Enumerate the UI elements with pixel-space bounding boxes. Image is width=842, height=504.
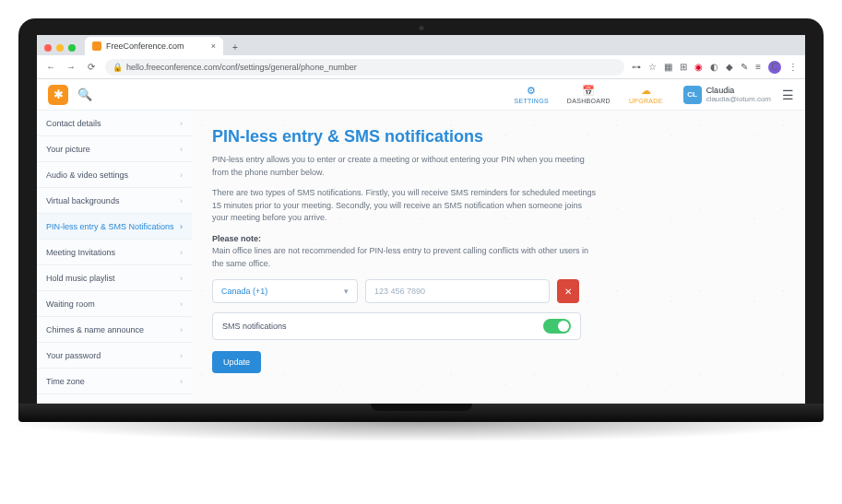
user-block[interactable]: CL Claudia claudia@iotum.com	[683, 86, 771, 104]
camera-dot	[419, 26, 423, 30]
tab-favicon	[92, 41, 101, 51]
hamburger-icon[interactable]: ☰	[782, 88, 794, 102]
browser-menu-icon[interactable]: ⋮	[789, 62, 798, 72]
sidebar-item-audio-video[interactable]: Audio & video settings›	[37, 162, 192, 188]
browser-tab[interactable]: FreeConference.com ×	[85, 37, 223, 55]
phone-input[interactable]: 123 456 7890	[365, 279, 550, 303]
country-value: Canada (+1)	[221, 287, 267, 296]
ext-icon-7[interactable]: ≡	[755, 62, 761, 72]
ext-icon-6[interactable]: ✎	[741, 62, 748, 72]
ext-icon-5[interactable]: ◆	[726, 62, 733, 72]
maximize-window-button[interactable]	[68, 44, 76, 52]
nav-settings[interactable]: ⚙ SETTINGS	[506, 85, 555, 104]
main-pane: PIN-less entry & SMS notifications PIN-l…	[192, 111, 805, 404]
laptop-bezel: FreeConference.com × + ← → ⟳ 🔒 hello.fre…	[18, 18, 824, 404]
chevron-right-icon: ›	[180, 351, 183, 360]
update-button[interactable]: Update	[212, 351, 261, 373]
calendar-icon: 📅	[582, 85, 595, 97]
cloud-up-icon: ☁	[641, 85, 651, 97]
sidebar-item-waiting-room[interactable]: Waiting room›	[37, 291, 192, 317]
sms-toggle[interactable]	[543, 319, 571, 334]
please-note: Please note: Main office lines are not r…	[212, 233, 599, 271]
sidebar-item-hold-music[interactable]: Hold music playlist›	[37, 265, 192, 291]
chevron-down-icon: ▾	[344, 287, 349, 296]
gear-icon: ⚙	[527, 85, 536, 97]
app-root: ✱ 🔍 ⚙ SETTINGS 📅 DASHBOARD ☁ UPGRADE CL …	[37, 79, 805, 404]
reload-button[interactable]: ⟳	[85, 62, 98, 72]
sidebar-item-meeting-invitations[interactable]: Meeting Invitations›	[37, 240, 192, 265]
new-tab-button[interactable]: +	[227, 39, 243, 55]
sms-label: SMS notifications	[222, 322, 287, 331]
chevron-right-icon: ›	[180, 325, 183, 334]
user-name: Claudia	[706, 86, 771, 95]
chevron-right-icon: ›	[180, 170, 183, 180]
intro-paragraph-2: There are two types of SMS notifications…	[212, 187, 599, 225]
chevron-right-icon: ›	[180, 145, 183, 154]
laptop-base	[18, 404, 824, 422]
country-select[interactable]: Canada (+1) ▾	[212, 279, 358, 303]
app-body: Contact details› Your picture› Audio & v…	[37, 111, 805, 404]
header-nav: ⚙ SETTINGS 📅 DASHBOARD ☁ UPGRADE CL Clau…	[506, 85, 794, 104]
laptop-notch	[371, 404, 472, 411]
browser-tab-bar: FreeConference.com × +	[37, 35, 805, 55]
search-icon[interactable]: 🔍	[77, 88, 92, 101]
tab-title: FreeConference.com	[106, 41, 184, 51]
sidebar-item-pinless-sms[interactable]: PIN-less entry & SMS Notifications›	[37, 214, 192, 240]
url-field[interactable]: 🔒 hello.freeconference.com/conf/settings…	[105, 59, 624, 76]
sms-notifications-row: SMS notifications	[212, 312, 581, 340]
browser-address-bar: ← → ⟳ 🔒 hello.freeconference.com/conf/se…	[37, 55, 805, 79]
user-text: Claudia claudia@iotum.com	[706, 86, 771, 103]
profile-avatar[interactable]: C	[768, 61, 781, 74]
sidebar-item-time-zone[interactable]: Time zone›	[37, 369, 192, 394]
star-icon[interactable]: ☆	[648, 62, 657, 72]
window-controls	[44, 44, 76, 52]
user-avatar: CL	[683, 86, 702, 104]
phone-row: Canada (+1) ▾ 123 456 7890 ✕	[212, 279, 785, 303]
close-window-button[interactable]	[44, 44, 52, 52]
settings-sidebar: Contact details› Your picture› Audio & v…	[37, 111, 192, 404]
chevron-right-icon: ›	[180, 248, 183, 257]
chevron-right-icon: ›	[180, 222, 183, 231]
page-title: PIN-less entry & SMS notifications	[212, 127, 785, 147]
nav-dashboard[interactable]: 📅 DASHBOARD	[560, 85, 618, 104]
chevron-right-icon: ›	[180, 196, 183, 205]
chevron-right-icon: ›	[180, 274, 183, 283]
sidebar-item-password[interactable]: Your password›	[37, 343, 192, 369]
note-text: Main office lines are not recommended fo…	[212, 246, 588, 268]
back-button[interactable]: ←	[44, 62, 57, 72]
sidebar-item-virtual-backgrounds[interactable]: Virtual backgrounds›	[37, 188, 192, 214]
minimize-window-button[interactable]	[56, 44, 64, 52]
close-icon: ✕	[564, 287, 572, 297]
lock-icon: 🔒	[113, 63, 123, 72]
sidebar-item-your-picture[interactable]: Your picture›	[37, 136, 192, 162]
sidebar-item-contact-details[interactable]: Contact details›	[37, 111, 192, 136]
laptop-frame: FreeConference.com × + ← → ⟳ 🔒 hello.fre…	[18, 18, 824, 422]
url-text: hello.freeconference.com/conf/settings/g…	[126, 63, 357, 72]
tab-close-icon[interactable]: ×	[211, 41, 216, 51]
chevron-right-icon: ›	[180, 119, 183, 128]
phone-placeholder: 123 456 7890	[374, 287, 425, 296]
chevron-right-icon: ›	[180, 377, 183, 386]
note-label: Please note:	[212, 234, 261, 243]
ext-icon-4[interactable]: ◐	[710, 62, 718, 72]
sidebar-item-chimes[interactable]: Chimes & name announce›	[37, 317, 192, 343]
ext-icon-3[interactable]: ◉	[694, 62, 703, 72]
intro-paragraph-1: PIN-less entry allows you to enter or cr…	[212, 154, 599, 179]
app-logo[interactable]: ✱	[48, 85, 68, 105]
chevron-right-icon: ›	[180, 299, 183, 309]
remove-phone-button[interactable]: ✕	[557, 279, 579, 303]
nav-upgrade[interactable]: ☁ UPGRADE	[622, 85, 670, 104]
ext-icon-1[interactable]: ▦	[664, 62, 672, 72]
key-icon: ⊶	[632, 62, 641, 72]
forward-button[interactable]: →	[65, 62, 77, 72]
app-header: ✱ 🔍 ⚙ SETTINGS 📅 DASHBOARD ☁ UPGRADE CL …	[37, 79, 805, 111]
ext-icon-2[interactable]: ⊞	[680, 62, 687, 72]
user-email: claudia@iotum.com	[706, 95, 771, 103]
screen: FreeConference.com × + ← → ⟳ 🔒 hello.fre…	[37, 35, 805, 404]
extension-row: ▦ ⊞ ◉ ◐ ◆ ✎ ≡ C ⋮	[664, 61, 798, 74]
